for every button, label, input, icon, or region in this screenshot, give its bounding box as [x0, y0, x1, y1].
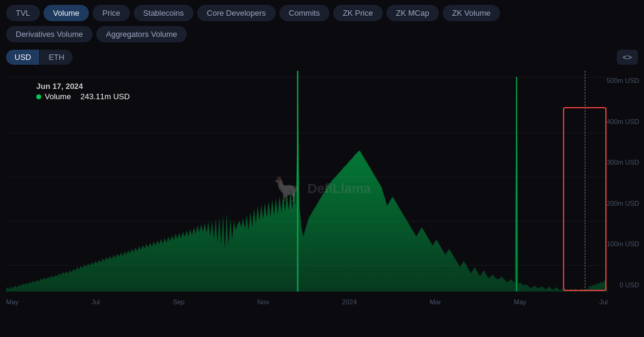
chart-area: Jun 17, 2024 Volume 243.11m USD 500m USD… — [0, 71, 644, 307]
tab-stablecoins[interactable]: Stablecoins — [134, 5, 194, 21]
tab-tvl[interactable]: TVL — [6, 5, 40, 21]
watermark-icon: 🦙 — [273, 175, 301, 202]
x-label: May — [514, 298, 527, 306]
currency-btn-usd[interactable]: USD — [6, 50, 39, 65]
tab-zk-mcap[interactable]: ZK MCap — [386, 5, 439, 21]
currency-row: USDETH<> — [0, 46, 644, 68]
tooltip-date: Jun 17, 2024 — [36, 82, 130, 91]
x-label: Jul — [599, 298, 608, 306]
tab-commits[interactable]: Commits — [279, 5, 330, 21]
watermark: 🦙 DefiLlama — [273, 175, 371, 202]
x-label: Sep — [173, 298, 185, 306]
currency-btn-eth[interactable]: ETH — [40, 50, 73, 65]
tab-aggregators-volume[interactable]: Aggregators Volume — [96, 26, 187, 42]
tooltip-series: Volume — [45, 92, 71, 101]
tab-core-developers[interactable]: Core Developers — [197, 5, 276, 21]
x-label: May — [6, 298, 19, 306]
tab-zk-volume[interactable]: ZK Volume — [443, 5, 501, 21]
top-nav: TVLVolumePriceStablecoinsCore Developers… — [0, 0, 644, 26]
x-label: Mar — [429, 298, 441, 306]
y-label: 500m USD — [607, 77, 639, 84]
x-label: Nov — [258, 298, 270, 306]
chart-tooltip: Jun 17, 2024 Volume 243.11m USD — [36, 82, 130, 101]
tab-derivatives-volume[interactable]: Derivatives Volume — [6, 26, 93, 42]
y-label: 200m USD — [607, 200, 639, 207]
tab-zk-price[interactable]: ZK Price — [333, 5, 383, 21]
tab-price[interactable]: Price — [93, 5, 130, 21]
y-label: 100m USD — [607, 240, 639, 247]
watermark-text: DefiLlama — [307, 181, 371, 197]
tooltip-amount: 243.11m USD — [80, 92, 130, 101]
tab-volume[interactable]: Volume — [44, 5, 89, 21]
x-label: Jul — [91, 298, 100, 306]
x-label: 2024 — [342, 298, 357, 306]
embed-button[interactable]: <> — [617, 50, 638, 65]
second-row-nav: Derivatives VolumeAggregators Volume — [0, 26, 644, 46]
tooltip-value: Volume 243.11m USD — [36, 92, 130, 101]
tooltip-dot — [36, 94, 41, 99]
y-label: 300m USD — [607, 159, 639, 166]
x-axis: MayJulSepNov2024MarMayJul — [6, 298, 608, 306]
y-label: 0 USD — [607, 281, 639, 289]
y-axis: 500m USD400m USD300m USD200m USD100m USD… — [607, 71, 639, 307]
y-label: 400m USD — [607, 118, 639, 125]
